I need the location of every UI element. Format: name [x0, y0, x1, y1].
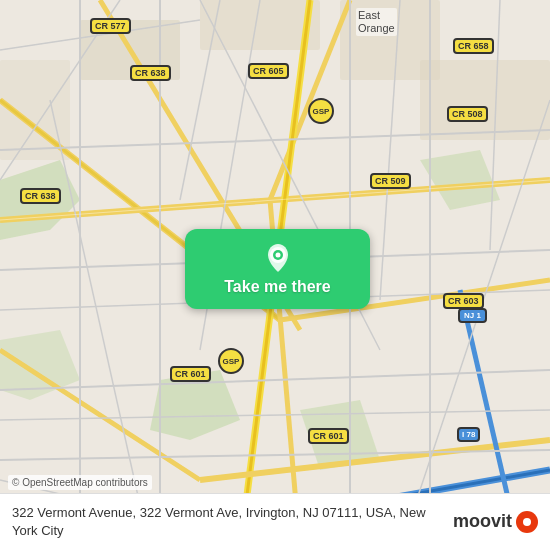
- badge-gsp2: GSP: [218, 348, 244, 374]
- address-text: 322 Vermont Avenue, 322 Vermont Ave, Irv…: [12, 504, 453, 540]
- badge-cr601b: CR 601: [308, 428, 349, 444]
- badge-i78: I 78: [457, 427, 480, 442]
- badge-cr638b: CR 638: [20, 188, 61, 204]
- moovit-dot: [516, 511, 538, 533]
- label-east-orange: EastOrange: [356, 8, 397, 36]
- svg-point-49: [275, 253, 280, 258]
- svg-rect-9: [420, 60, 550, 140]
- map-container: CR 577 CR 638 CR 638 CR 605 CR 509 CR 50…: [0, 0, 550, 550]
- badge-nj: NJ 1: [458, 308, 487, 323]
- take-me-there-label: Take me there: [224, 278, 330, 296]
- info-bar: 322 Vermont Avenue, 322 Vermont Ave, Irv…: [0, 493, 550, 550]
- location-pin-icon: [262, 242, 294, 274]
- badge-cr601a: CR 601: [170, 366, 211, 382]
- badge-cr658: CR 658: [453, 38, 494, 54]
- moovit-text: moovit: [453, 511, 512, 532]
- badge-cr508: CR 508: [447, 106, 488, 122]
- badge-cr638a: CR 638: [130, 65, 171, 81]
- badge-cr605: CR 605: [248, 63, 289, 79]
- badge-cr603: CR 603: [443, 293, 484, 309]
- badge-cr577: CR 577: [90, 18, 131, 34]
- moovit-logo: moovit: [453, 511, 538, 533]
- take-me-there-button[interactable]: Take me there: [185, 229, 370, 309]
- osm-attribution: © OpenStreetMap contributors: [8, 475, 152, 490]
- copyright-text: © OpenStreetMap contributors: [12, 477, 148, 488]
- badge-cr509: CR 509: [370, 173, 411, 189]
- badge-gsp1: GSP: [308, 98, 334, 124]
